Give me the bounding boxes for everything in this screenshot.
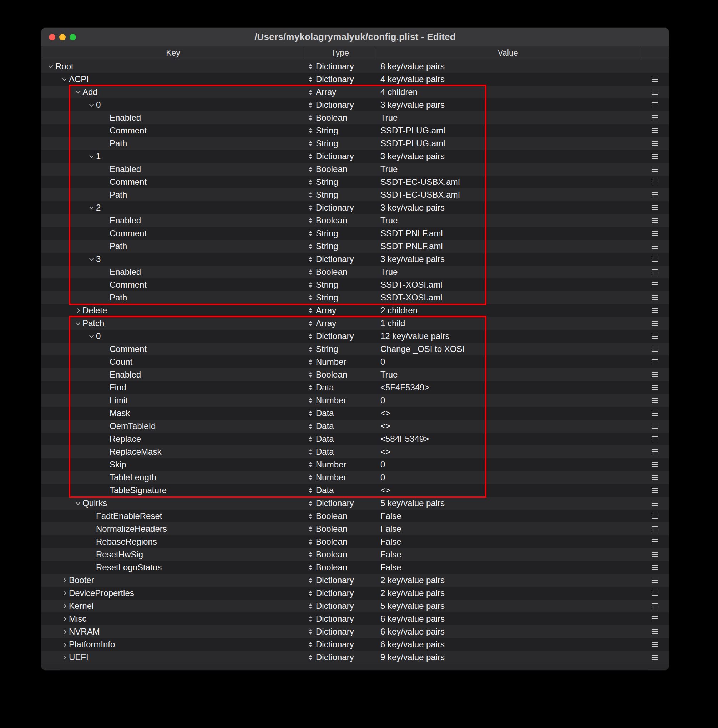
- key-cell[interactable]: DeviceProperties: [41, 587, 305, 600]
- type-cell[interactable]: Data: [305, 433, 375, 445]
- key-cell[interactable]: ResetLogoStatus: [41, 561, 305, 574]
- row-key-label[interactable]: Replace: [110, 434, 141, 444]
- type-stepper-icon[interactable]: [309, 282, 312, 288]
- row-value-label[interactable]: True: [380, 216, 398, 226]
- key-cell[interactable]: Comment: [41, 278, 305, 291]
- row-value-label[interactable]: SSDT-PLUG.aml: [380, 138, 445, 148]
- chevron-right-icon[interactable]: [73, 304, 83, 317]
- key-cell[interactable]: Path: [41, 291, 305, 304]
- row-value-label[interactable]: 3 key/value pairs: [380, 100, 445, 110]
- type-stepper-icon[interactable]: [309, 655, 312, 660]
- row-key-label[interactable]: DeviceProperties: [69, 588, 134, 598]
- row-key-label[interactable]: Delete: [83, 306, 107, 315]
- row-value-label[interactable]: 3 key/value pairs: [380, 151, 445, 161]
- type-cell[interactable]: Boolean: [305, 266, 375, 278]
- type-stepper-icon[interactable]: [309, 218, 312, 223]
- type-cell[interactable]: Dictionary: [305, 150, 375, 163]
- key-cell[interactable]: 0: [41, 98, 305, 111]
- row-value-label[interactable]: SSDT-PNLF.aml: [380, 228, 443, 239]
- row-key-label[interactable]: 0: [96, 100, 101, 110]
- table-row[interactable]: EnabledBooleanTrue: [41, 368, 669, 381]
- value-cell[interactable]: True: [375, 163, 641, 176]
- value-cell[interactable]: 6 key/value pairs: [375, 638, 641, 651]
- row-menu-icon[interactable]: [652, 323, 658, 324]
- row-value-label[interactable]: SSDT-EC-USBX.aml: [380, 177, 460, 187]
- row-key-label[interactable]: NormalizeHeaders: [96, 524, 167, 534]
- row-value-label[interactable]: True: [380, 370, 398, 380]
- type-cell[interactable]: Number: [305, 471, 375, 484]
- value-cell[interactable]: 2 key/value pairs: [375, 587, 641, 600]
- key-cell[interactable]: Mask: [41, 407, 305, 420]
- row-key-label[interactable]: FadtEnableReset: [96, 511, 162, 521]
- value-cell[interactable]: 6 key/value pairs: [375, 625, 641, 638]
- row-key-label[interactable]: TableSignature: [110, 485, 167, 496]
- type-stepper-icon[interactable]: [309, 334, 312, 339]
- row-key-label[interactable]: Path: [110, 138, 127, 148]
- chevron-right-icon[interactable]: [60, 651, 69, 664]
- value-cell[interactable]: False: [375, 548, 641, 561]
- row-menu-icon[interactable]: [652, 554, 658, 555]
- type-stepper-icon[interactable]: [309, 488, 312, 493]
- key-cell[interactable]: Booter: [41, 574, 305, 587]
- key-cell[interactable]: 3: [41, 253, 305, 266]
- value-cell[interactable]: 3 key/value pairs: [375, 98, 641, 111]
- key-cell[interactable]: Find: [41, 381, 305, 394]
- row-menu-icon[interactable]: [652, 567, 658, 568]
- row-menu-icon[interactable]: [652, 194, 658, 196]
- table-row[interactable]: EnabledBooleanTrue: [41, 214, 669, 227]
- type-stepper-icon[interactable]: [309, 411, 312, 416]
- row-menu-icon[interactable]: [652, 297, 658, 298]
- value-cell[interactable]: 2 key/value pairs: [375, 574, 641, 587]
- row-menu-icon[interactable]: [652, 606, 658, 607]
- column-header-key[interactable]: Key: [41, 46, 305, 60]
- row-key-label[interactable]: Path: [110, 241, 127, 251]
- type-cell[interactable]: Number: [305, 355, 375, 368]
- row-key-label[interactable]: Path: [110, 293, 127, 303]
- table-row[interactable]: FindData<5F4F5349>: [41, 381, 669, 394]
- table-row[interactable]: BooterDictionary2 key/value pairs: [41, 574, 669, 587]
- row-key-label[interactable]: Comment: [110, 280, 147, 290]
- type-cell[interactable]: String: [305, 227, 375, 240]
- row-menu-icon[interactable]: [652, 515, 658, 517]
- type-stepper-icon[interactable]: [309, 102, 312, 108]
- type-cell[interactable]: Data: [305, 445, 375, 458]
- key-cell[interactable]: Path: [41, 188, 305, 201]
- type-cell[interactable]: Boolean: [305, 522, 375, 535]
- key-cell[interactable]: Path: [41, 240, 305, 253]
- type-cell[interactable]: Dictionary: [305, 625, 375, 638]
- type-cell[interactable]: Dictionary: [305, 330, 375, 343]
- value-cell[interactable]: SSDT-XOSI.aml: [375, 291, 641, 304]
- type-cell[interactable]: Dictionary: [305, 638, 375, 651]
- row-menu-icon[interactable]: [652, 130, 658, 132]
- row-value-label[interactable]: 0: [380, 473, 385, 482]
- row-key-label[interactable]: ReplaceMask: [110, 447, 161, 457]
- chevron-right-icon[interactable]: [60, 612, 69, 625]
- table-row[interactable]: AddArray4 children: [41, 86, 669, 98]
- table-row[interactable]: NormalizeHeadersBooleanFalse: [41, 522, 669, 535]
- key-cell[interactable]: Comment: [41, 343, 305, 355]
- key-cell[interactable]: Enabled: [41, 368, 305, 381]
- table-row[interactable]: MiscDictionary6 key/value pairs: [41, 612, 669, 625]
- row-key-label[interactable]: ACPI: [69, 74, 89, 84]
- row-value-label[interactable]: <584F5349>: [380, 434, 429, 444]
- chevron-right-icon[interactable]: [60, 587, 69, 600]
- type-stepper-icon[interactable]: [309, 424, 312, 429]
- table-row[interactable]: PathStringSSDT-EC-USBX.aml: [41, 188, 669, 201]
- row-key-label[interactable]: 1: [96, 151, 101, 161]
- type-stepper-icon[interactable]: [309, 154, 312, 159]
- row-menu-icon[interactable]: [652, 657, 658, 658]
- table-row[interactable]: 1Dictionary3 key/value pairs: [41, 150, 669, 163]
- row-key-label[interactable]: Booter: [69, 575, 94, 585]
- row-menu-icon[interactable]: [652, 541, 658, 543]
- row-menu-icon[interactable]: [652, 310, 658, 311]
- table-row[interactable]: ResetLogoStatusBooleanFalse: [41, 561, 669, 574]
- row-value-label[interactable]: 0: [380, 395, 385, 405]
- row-value-label[interactable]: 1 child: [380, 318, 405, 328]
- type-stepper-icon[interactable]: [309, 192, 312, 198]
- key-cell[interactable]: UEFI: [41, 651, 305, 664]
- type-cell[interactable]: Array: [305, 317, 375, 330]
- row-menu-icon[interactable]: [652, 631, 658, 632]
- table-row[interactable]: 2Dictionary3 key/value pairs: [41, 201, 669, 214]
- table-row[interactable]: ResetHwSigBooleanFalse: [41, 548, 669, 561]
- value-cell[interactable]: SSDT-PLUG.aml: [375, 137, 641, 150]
